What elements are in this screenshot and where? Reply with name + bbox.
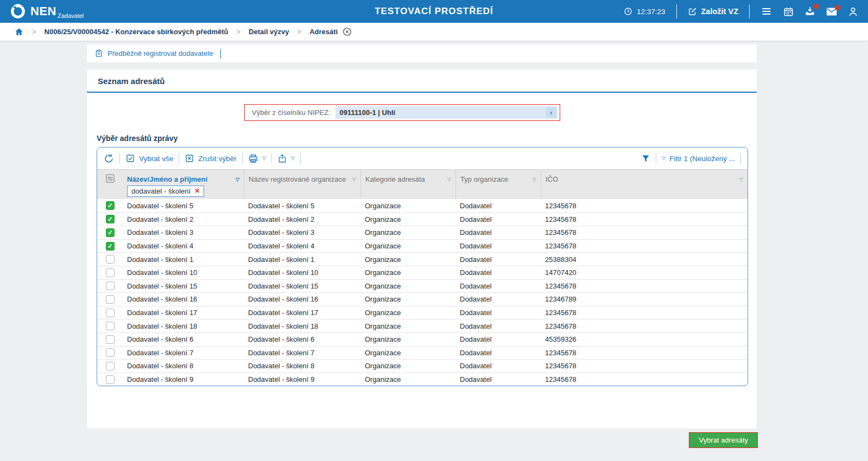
cell-ico: 12345678 (541, 375, 747, 383)
cell-orgtype: Dodavatel (455, 228, 541, 236)
breadcrumb-separator: > (32, 28, 36, 36)
table-row[interactable]: Dodavatel - školení 9 Dodavatel - školen… (97, 373, 747, 386)
column-header-category[interactable]: Kategorie adresáta ▽ (360, 170, 455, 185)
table-row[interactable]: Dodavatel - školení 7 Dodavatel - školen… (97, 346, 747, 360)
breadcrumb-separator: > (237, 28, 241, 36)
hamburger-icon (761, 6, 772, 17)
row-checkbox[interactable] (106, 268, 115, 277)
calendar-button[interactable] (783, 7, 794, 17)
column-settings-button[interactable] (97, 170, 123, 185)
table-row[interactable]: Dodavatel - školení 5 Dodavatel - školen… (97, 199, 747, 213)
table-row[interactable]: Dodavatel - školení 6 Dodavatel - školen… (97, 332, 747, 346)
nen-logo-icon (10, 3, 26, 20)
cell-category: Organizace (360, 255, 455, 264)
table-row[interactable]: Dodavatel - školení 17 Dodavatel - škole… (97, 306, 747, 319)
cell-org: Dodavatel - školení 3 (244, 228, 360, 236)
filter-dropdown-caret-icon[interactable]: ▽ (662, 156, 666, 161)
row-checkbox[interactable] (106, 201, 115, 210)
preregister-supplier-link[interactable]: Předběžně registrovat dodavatele (107, 49, 213, 57)
export-dropdown-caret-icon[interactable]: ▽ (291, 156, 295, 161)
toolbar-divider (242, 153, 243, 164)
profile-button[interactable] (848, 7, 858, 17)
breadcrumb-item-detail[interactable]: Detail výzvy (249, 28, 289, 36)
row-checkbox[interactable] (106, 242, 115, 251)
table-row[interactable]: Dodavatel - školení 2 Dodavatel - školen… (97, 213, 747, 226)
menu-button[interactable] (761, 6, 772, 17)
cell-category: Organizace (360, 309, 455, 317)
row-checkbox[interactable] (106, 228, 115, 237)
column-filter-caret-icon[interactable]: ▽ (447, 177, 451, 182)
column-header-ico[interactable]: IČO ▽ (541, 170, 747, 185)
cell-name: Dodavatel - školení 5 (123, 202, 244, 210)
row-checkbox[interactable] (106, 255, 115, 264)
breadcrumb-item-contract[interactable]: N006/25/V00004542 - Konzervace sbírkovýc… (45, 28, 229, 36)
table-row[interactable]: Dodavatel - školení 16 Dodavatel - škole… (97, 292, 747, 306)
app-logo[interactable]: NEN Zadavatel (10, 3, 84, 20)
column-filter-caret-icon[interactable]: ▽ (739, 177, 743, 182)
messages-button[interactable] (826, 7, 837, 16)
row-checkbox[interactable] (106, 309, 115, 317)
cell-category: Organizace (360, 335, 455, 343)
table-row[interactable]: Dodavatel - školení 10 Dodavatel - škole… (97, 266, 747, 279)
cell-ico: 12345678 (541, 362, 747, 370)
nipez-open-chevron-icon[interactable]: › (546, 107, 556, 118)
messages-notification-badge (835, 5, 840, 10)
row-checkbox[interactable] (106, 335, 115, 344)
cell-name: Dodavatel - školení 9 (123, 375, 244, 383)
toolbar-divider (300, 153, 301, 164)
column-filter-caret-icon[interactable]: ▽ (533, 177, 536, 182)
row-checkbox[interactable] (106, 295, 115, 304)
column-header-org[interactable]: Název registrované organizace ▽ (244, 170, 360, 185)
select-all-button[interactable]: Vybrat vše (125, 153, 173, 163)
row-checkbox[interactable] (106, 322, 115, 330)
refresh-icon (104, 153, 114, 164)
home-icon[interactable] (14, 27, 24, 36)
cell-category: Organizace (360, 202, 455, 210)
column-header-name[interactable]: Název/Jméno a příjmení ▽ (123, 170, 244, 185)
cell-name: Dodavatel - školení 16 (123, 295, 244, 303)
edit-icon (688, 7, 697, 16)
close-tab-icon[interactable] (343, 27, 352, 36)
remove-filter-icon[interactable]: ✕ (194, 187, 200, 195)
table-row[interactable]: Dodavatel - školení 1 Dodavatel - školen… (97, 252, 747, 266)
nipez-label: Výběr z číselníku NIPEZ: (247, 108, 335, 117)
print-dropdown-caret-icon[interactable]: ▽ (262, 156, 266, 161)
active-filter-chip[interactable]: dodavatel - školení ✕ (127, 185, 204, 197)
column-filter-caret-icon[interactable]: ▽ (352, 177, 356, 182)
select-addressees-button[interactable]: Vybrat adresáty (689, 432, 758, 448)
cell-name: Dodavatel - školení 8 (123, 362, 244, 370)
table-row[interactable]: Dodavatel - školení 18 Dodavatel - škole… (97, 319, 747, 332)
column-filter-caret-icon[interactable]: ▽ (236, 177, 239, 182)
cell-orgtype: Dodavatel (455, 215, 541, 223)
cell-category: Organizace (360, 228, 455, 236)
row-checkbox[interactable] (106, 348, 115, 357)
print-button[interactable]: ▽ (248, 153, 266, 164)
brand-role: Zadavatel (58, 13, 84, 19)
clipboard-icon (94, 49, 103, 58)
table-row[interactable]: Dodavatel - školení 4 Dodavatel - školen… (97, 239, 747, 253)
table-row[interactable]: Dodavatel - školení 3 Dodavatel - školen… (97, 226, 747, 239)
cell-org: Dodavatel - školení 8 (244, 362, 360, 370)
create-vz-label: Založit VZ (701, 7, 738, 16)
clear-selection-button[interactable]: Zrušit výběr (185, 153, 237, 163)
breadcrumb-separator: > (297, 28, 302, 36)
column-header-orgtype[interactable]: Typ organizace ▽ (455, 170, 541, 185)
cell-category: Organizace (360, 322, 455, 330)
nipez-value-field[interactable]: 09111100-1 | Uhlí › (335, 106, 558, 119)
filter-funnel-icon[interactable] (641, 154, 650, 163)
table-row[interactable]: Dodavatel - školení 8 Dodavatel - školen… (97, 359, 747, 373)
cell-category: Organizace (360, 375, 455, 383)
cell-orgtype: Dodavatel (455, 295, 541, 303)
top-bar: NEN Zadavatel TESTOVACÍ PROSTŘEDÍ 12:37:… (0, 0, 868, 23)
cell-name: Dodavatel - školení 7 (123, 349, 244, 357)
row-checkbox[interactable] (106, 362, 115, 370)
filter-selector[interactable]: ▽ Filtr 1 (Neuložený ... (662, 155, 735, 163)
row-checkbox[interactable] (106, 215, 115, 223)
refresh-button[interactable] (104, 153, 114, 164)
create-vz-button[interactable]: Založit VZ (688, 7, 738, 16)
inbox-button[interactable] (804, 6, 815, 17)
table-row[interactable]: Dodavatel - školení 15 Dodavatel - škole… (97, 279, 747, 293)
export-button[interactable]: ▽ (277, 153, 295, 163)
row-checkbox[interactable] (106, 375, 115, 384)
row-checkbox[interactable] (106, 281, 115, 290)
